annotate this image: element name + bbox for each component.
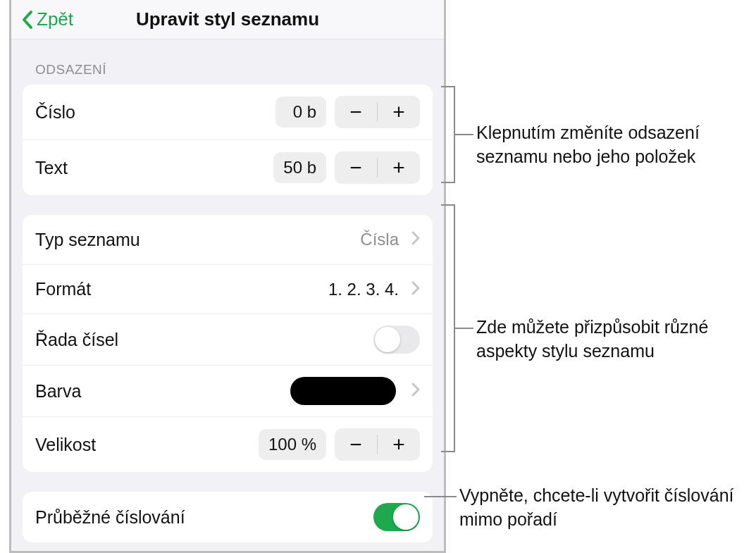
callout-bracket [441, 86, 455, 183]
row-typ-seznamu[interactable]: Typ seznamu Čísla [23, 215, 433, 264]
back-label: Zpět [37, 8, 73, 30]
plus-button[interactable]: + [378, 428, 420, 461]
group-style: Typ seznamu Čísla Formát 1. 2. 3. 4. Řad… [23, 215, 433, 472]
row-label-format: Formát [35, 279, 91, 299]
panel-title: Upravit styl seznamu [11, 8, 444, 30]
row-format[interactable]: Formát 1. 2. 3. 4. [23, 264, 433, 313]
chevron-right-icon [411, 280, 420, 299]
section-label-odsazeni: ODSAZENÍ [11, 39, 444, 85]
stepper-cislo: − + [335, 96, 420, 128]
row-label-text: Text [35, 158, 68, 178]
row-label-typ: Typ seznamu [35, 230, 140, 250]
minus-button[interactable]: − [335, 428, 377, 461]
toggle-prubezne-cislovani[interactable] [373, 503, 420, 531]
value-format: 1. 2. 3. 4. [328, 280, 399, 299]
row-text: Text 50 b − + [23, 139, 433, 195]
toggle-knob [375, 327, 400, 352]
callout-leader [424, 496, 457, 497]
stepper-text: − + [335, 151, 420, 184]
row-velikost: Velikost 100 % − + [23, 416, 433, 472]
settings-panel: Zpět Upravit styl seznamu ODSAZENÍ Číslo… [9, 0, 446, 553]
value-text[interactable]: 50 b [273, 152, 326, 183]
color-swatch [290, 377, 396, 405]
callout-number: Vypněte, chcete-li vytvořit číslování mi… [459, 484, 741, 532]
value-cislo[interactable]: 0 b [275, 97, 326, 128]
panel-header: Zpět Upravit styl seznamu [11, 0, 444, 39]
chevron-left-icon [21, 10, 34, 30]
plus-button[interactable]: + [378, 96, 420, 128]
callout-bracket [441, 204, 455, 452]
row-label-cislo: Číslo [35, 102, 75, 123]
callout-leader [455, 134, 473, 135]
minus-button[interactable]: − [335, 96, 377, 128]
back-button[interactable]: Zpět [21, 8, 73, 30]
chevron-right-icon [411, 381, 420, 401]
stepper-velikost: − + [335, 428, 420, 461]
callout-style: Zde můžete přizpůsobit různé aspekty sty… [476, 316, 744, 364]
row-label-barva: Barva [35, 381, 81, 402]
toggle-rada-cisel[interactable] [373, 325, 420, 354]
row-label-cislovani: Průběžné číslování [35, 507, 185, 528]
group-odsazeni: Číslo 0 b − + Text 50 b − + [23, 85, 433, 195]
row-rada-cisel: Řada čísel [23, 313, 433, 365]
row-label-velikost: Velikost [35, 435, 96, 455]
row-cislo: Číslo 0 b − + [23, 85, 433, 139]
group-cislovani: Průběžné číslování [23, 492, 433, 542]
plus-button[interactable]: + [378, 151, 420, 184]
minus-button[interactable]: − [335, 151, 377, 184]
toggle-knob [393, 504, 419, 530]
value-typ: Čísla [360, 230, 399, 249]
row-label-rada: Řada čísel [35, 330, 118, 350]
value-velikost[interactable]: 100 % [259, 429, 326, 460]
chevron-right-icon [411, 230, 420, 249]
callout-indent: Klepnutím změníte odsazení seznamu nebo … [476, 121, 744, 169]
callout-leader [455, 328, 473, 329]
row-prubezne-cislovani: Průběžné číslování [23, 492, 433, 542]
row-barva[interactable]: Barva [23, 365, 433, 416]
